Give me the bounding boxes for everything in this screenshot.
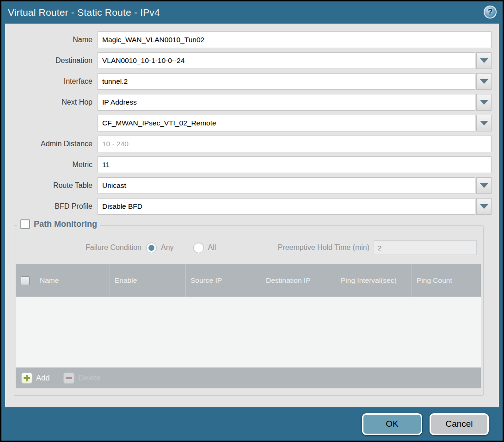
admin-distance-input[interactable] [98,136,492,152]
add-icon [21,373,32,384]
add-button-label: Add [36,374,49,382]
ok-button[interactable]: OK [362,413,422,435]
chevron-down-icon [480,121,488,125]
chevron-down-icon [480,204,488,209]
path-monitoring-title: Path Monitoring [34,219,97,229]
bfd-profile-label: BFD Profile [5,202,98,211]
path-monitoring-checkbox[interactable] [20,219,30,229]
table-toolbar: Add Delete [16,367,481,388]
select-all-checkbox[interactable] [21,276,30,285]
dialog-titlebar: Virtual Router - Static Route - IPv4 ? [1,1,503,24]
failure-condition-all-radio[interactable] [193,243,204,253]
table-body-empty [16,297,481,367]
form-row-next-hop: Next Hop [5,94,492,111]
static-route-dialog: Virtual Router - Static Route - IPv4 ? N… [0,0,504,442]
delete-button-label: Delete [78,374,100,382]
route-table-label: Route Table [5,181,98,190]
path-monitoring-legend: Path Monitoring [17,219,100,229]
interface-label: Interface [5,77,98,86]
destination-input[interactable] [98,52,475,69]
chevron-down-icon [480,79,488,84]
path-monitoring-section: Path Monitoring Failure Condition Any Al… [14,225,484,396]
chevron-down-icon [480,58,488,63]
form-row-next-hop-value [5,115,492,131]
next-hop-type-dropdown-button[interactable] [476,94,492,111]
path-monitoring-table: Name Enable Source IP Destination IP Pin… [16,264,481,388]
next-hop-address-input[interactable] [98,115,475,131]
preemptive-hold-time-input[interactable] [374,240,477,255]
admin-distance-label: Admin Distance [5,140,98,148]
next-hop-label: Next Hop [5,98,98,106]
help-icon[interactable]: ? [484,6,497,19]
metric-input[interactable] [98,156,492,173]
cancel-button[interactable]: Cancel [430,413,489,435]
form-row-interface: Interface [5,73,492,90]
dialog-body: Name Destination Interface Next Hop Admi… [5,24,499,407]
destination-label: Destination [5,56,98,65]
route-table-dropdown-button[interactable] [476,177,492,194]
metric-label: Metric [5,161,98,169]
add-button[interactable]: Add [21,373,49,384]
name-input[interactable] [98,31,492,48]
form-row-name: Name [5,31,492,48]
table-header-row: Name Enable Source IP Destination IP Pin… [16,264,481,297]
form-row-destination: Destination [5,52,492,69]
route-table-input[interactable] [98,177,475,194]
failure-condition-any-radio[interactable] [146,243,157,253]
bfd-profile-input[interactable] [98,198,475,215]
dialog-footer: OK Cancel [1,407,503,441]
failure-condition-row: Failure Condition Any All Preemptive Hol… [14,239,483,256]
failure-condition-label: Failure Condition [14,243,146,252]
column-header-source-ip: Source IP [186,264,261,297]
dialog-title: Virtual Router - Static Route - IPv4 [8,7,160,18]
delete-button[interactable]: Delete [63,373,100,384]
column-header-name: Name [35,264,110,297]
delete-icon [63,373,74,384]
chevron-down-icon [480,183,488,188]
failure-condition-all-label: All [208,243,216,252]
next-hop-type-input[interactable] [98,94,475,111]
interface-input[interactable] [98,73,475,90]
form-row-bfd-profile: BFD Profile [5,198,492,215]
column-header-enable: Enable [110,264,186,297]
column-header-destination-ip: Destination IP [261,264,336,297]
form-row-admin-distance: Admin Distance [5,136,492,152]
failure-condition-any-label: Any [161,243,174,252]
name-label: Name [5,36,98,44]
column-header-ping-interval: Ping Interval(sec) [336,264,412,297]
form-row-metric: Metric [5,156,492,173]
form-row-route-table: Route Table [5,177,492,194]
bfd-profile-dropdown-button[interactable] [476,198,492,215]
chevron-down-icon [480,100,488,105]
interface-dropdown-button[interactable] [476,73,492,90]
select-all-header-cell [16,264,35,297]
destination-dropdown-button[interactable] [476,52,492,69]
preemptive-hold-time-label: Preemptive Hold Time (min) [278,243,374,252]
column-header-ping-count: Ping Count [412,264,481,297]
next-hop-address-dropdown-button[interactable] [476,115,492,131]
